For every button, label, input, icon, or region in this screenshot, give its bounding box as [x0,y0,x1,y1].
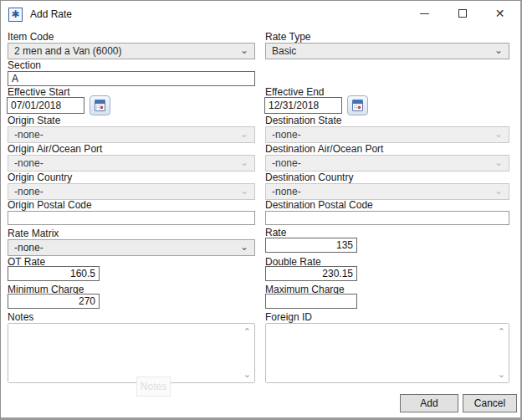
calendar-icon [352,100,363,111]
origin-postal-label: Origin Postal Code [8,199,92,211]
scroll-down-icon[interactable]: ⌄ [498,370,505,379]
notes-textarea[interactable] [8,324,254,382]
minimum-charge-input[interactable] [8,294,100,309]
origin-country-label: Origin Country [8,172,72,183]
minimize-button[interactable] [406,1,443,26]
rate-type-combo[interactable]: Basic ⌄ [265,43,509,59]
destination-postal-label: Destination Postal Code [265,199,373,211]
ghost-notes-label: Notes [141,381,166,392]
origin-country-value: -none- [14,186,44,197]
close-icon: ✕ [495,8,505,19]
scroll-down-icon[interactable]: ⌄ [243,370,251,379]
notes-textarea-wrap: ⌃ ⌄ [8,323,255,383]
origin-port-label: Origin Air/Ocean Port [8,143,102,155]
chevron-down-icon: ⌄ [240,241,248,253]
calendar-icon [95,100,105,111]
chevron-down-icon: ⌄ [240,156,248,168]
ot-rate-input[interactable] [8,266,100,281]
close-button[interactable]: ✕ [481,1,519,26]
effective-end-calendar-button[interactable] [347,95,368,115]
rate-matrix-value: -none- [14,242,44,254]
chevron-down-icon: ⌄ [240,44,248,56]
section-input[interactable] [8,71,255,86]
chevron-down-icon: ⌄ [494,128,503,140]
origin-port-combo[interactable]: -none- ⌄ [8,155,255,172]
foreign-id-label: Foreign ID [265,311,312,323]
app-gear-icon: ✱ [8,8,23,22]
chevron-down-icon: ⌄ [240,128,248,140]
destination-port-value: -none- [272,157,301,169]
effective-end-input[interactable] [264,97,342,114]
origin-postal-input[interactable] [8,211,255,225]
ghost-notes-button[interactable]: Notes [136,376,171,397]
origin-port-value: -none- [14,157,44,169]
rate-type-label: Rate Type [265,31,310,43]
destination-country-value: -none- [272,186,301,197]
rate-matrix-combo[interactable]: -none- ⌄ [8,239,255,256]
destination-country-label: Destination Country [265,172,353,183]
chevron-down-icon: ⌄ [494,185,503,197]
maximum-charge-input[interactable] [265,294,357,309]
effective-end-label: Effective End [265,86,325,98]
origin-state-value: -none- [14,129,44,141]
chevron-down-icon: ⌄ [494,44,503,56]
rate-matrix-label: Rate Matrix [8,228,59,239]
window-controls: ✕ [406,1,519,28]
destination-country-combo[interactable]: -none- ⌄ [265,183,509,200]
maximize-icon [458,9,467,18]
item-code-value: 2 men and a Van (6000) [14,45,122,57]
window-title: Add Rate [30,8,72,20]
chevron-down-icon: ⌄ [240,185,248,197]
destination-postal-input[interactable] [265,211,509,225]
origin-country-combo[interactable]: -none- ⌄ [8,183,255,200]
add-rate-dialog: ✱ Add Rate ✕ Item Code 2 men and a Van (… [0,0,522,420]
rate-type-value: Basic [272,45,296,57]
minimize-icon [420,13,429,14]
effective-start-calendar-button[interactable] [90,95,110,115]
origin-state-combo[interactable]: -none- ⌄ [8,126,255,143]
notes-label: Notes [8,311,33,323]
maximize-button[interactable] [443,1,481,26]
rate-label: Rate [265,227,286,238]
foreign-id-textarea[interactable] [266,324,509,382]
destination-port-label: Destination Air/Ocean Port [265,143,383,155]
scroll-up-icon[interactable]: ⌃ [498,327,505,336]
add-button[interactable]: Add [400,394,458,412]
destination-port-combo[interactable]: -none- ⌄ [265,155,509,172]
cancel-button[interactable]: Cancel [463,394,517,412]
chevron-down-icon: ⌄ [494,156,503,168]
title-bar: ✱ Add Rate ✕ [1,1,520,28]
destination-state-label: Destination State [265,115,341,126]
item-code-combo[interactable]: 2 men and a Van (6000) ⌄ [8,43,255,59]
effective-start-input[interactable] [7,97,84,114]
origin-state-label: Origin State [8,115,60,126]
double-rate-input[interactable] [265,266,357,281]
foreign-id-textarea-wrap: ⌃ ⌄ [265,323,509,383]
scroll-up-icon[interactable]: ⌃ [243,327,251,336]
destination-state-combo[interactable]: -none- ⌄ [265,126,509,143]
rate-input[interactable] [265,238,357,253]
effective-start-label: Effective Start [8,86,69,98]
destination-state-value: -none- [272,129,301,141]
item-code-label: Item Code [8,31,54,43]
section-label: Section [8,59,41,71]
